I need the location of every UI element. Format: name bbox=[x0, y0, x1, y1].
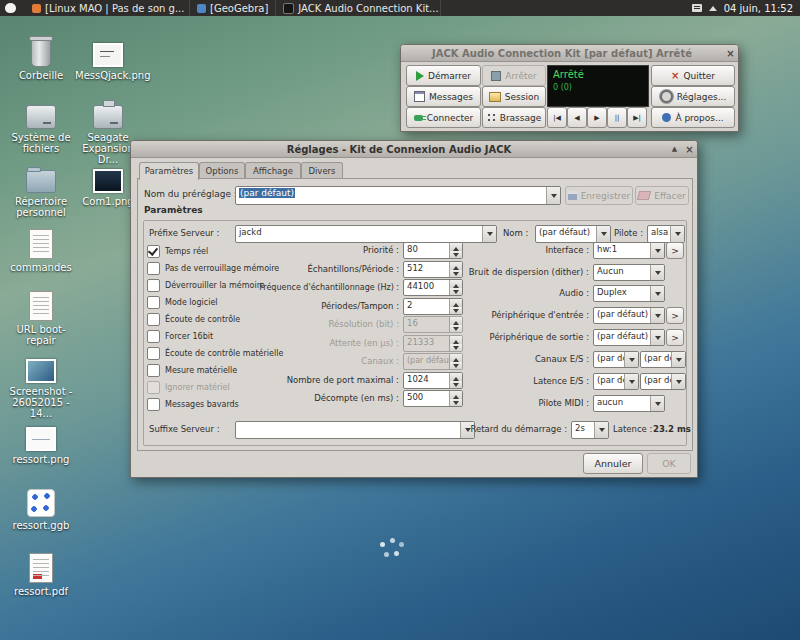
checkbox-icon[interactable] bbox=[147, 398, 160, 411]
checkbox-hw-monitor[interactable]: Écoute de contrôle matérielle bbox=[147, 347, 283, 360]
dropdown-arrow-icon[interactable] bbox=[650, 396, 664, 411]
dropdown-arrow-icon[interactable] bbox=[624, 352, 638, 367]
tab-parametres[interactable]: Paramètres bbox=[139, 162, 199, 180]
checkbox-force16bit[interactable]: Forcer 16bit bbox=[147, 330, 213, 343]
session-button[interactable]: Session bbox=[482, 86, 546, 107]
spinner-buttons[interactable] bbox=[449, 354, 462, 369]
samplerate-spinbox[interactable]: 44100 bbox=[403, 279, 463, 296]
priority-spinbox[interactable]: 80 bbox=[403, 242, 463, 259]
desktop-icon-trash[interactable]: Corbeille bbox=[8, 36, 74, 81]
notification-icon[interactable] bbox=[709, 2, 717, 11]
dropdown-arrow-icon[interactable] bbox=[671, 374, 685, 389]
frames-spinbox[interactable]: 512 bbox=[403, 261, 463, 278]
preset-combobox[interactable]: (par défaut) bbox=[235, 186, 561, 205]
checkbox-icon[interactable] bbox=[147, 364, 160, 377]
spinner-buttons[interactable] bbox=[449, 317, 462, 332]
iochannels-out-combobox[interactable]: (par défaut) bbox=[640, 351, 686, 368]
dropdown-arrow-icon[interactable] bbox=[546, 187, 560, 204]
checkbox-icon[interactable] bbox=[147, 347, 160, 360]
taskbar-window-linuxmao[interactable]: [Linux MAO | Pas de son g... bbox=[25, 0, 190, 16]
iochannels-in-combobox[interactable]: (par défaut) bbox=[593, 351, 639, 368]
input-method-icon[interactable] bbox=[692, 4, 702, 12]
dropdown-arrow-icon[interactable] bbox=[650, 243, 664, 258]
close-icon[interactable]: × bbox=[723, 46, 738, 61]
checkbox-icon[interactable] bbox=[147, 296, 160, 309]
server-name-combobox[interactable]: (par défaut) bbox=[535, 225, 611, 243]
indevice-more-button[interactable]: > bbox=[666, 307, 684, 324]
desktop-icon-screenshot[interactable]: Screenshot - 26052015 - 14... bbox=[8, 352, 74, 419]
desktop-icon-commandes[interactable]: commandes bbox=[8, 228, 74, 273]
desktop-icon-ressort-pdf[interactable]: ressort.pdf bbox=[8, 552, 74, 597]
transport-rewind-start-button[interactable]: |◀ bbox=[547, 107, 567, 128]
dropdown-arrow-icon[interactable] bbox=[671, 352, 685, 367]
checkbox-monitor[interactable]: Écoute de contrôle bbox=[147, 313, 240, 326]
interface-more-button[interactable]: > bbox=[666, 242, 684, 259]
clear-preset-button[interactable]: Effacer bbox=[635, 186, 689, 205]
spinner-buttons[interactable] bbox=[449, 299, 462, 314]
checkbox-realtime[interactable]: Temps réel bbox=[147, 245, 208, 258]
checkbox-icon[interactable] bbox=[147, 313, 160, 326]
desktop-icon-home[interactable]: Répertoire personnel bbox=[8, 162, 74, 218]
channels-spinbox[interactable]: (par défaut) bbox=[403, 353, 463, 370]
driver-combobox[interactable]: alsa bbox=[647, 225, 685, 243]
dropdown-arrow-icon[interactable] bbox=[650, 286, 664, 301]
save-preset-button[interactable]: Enregistrer bbox=[565, 186, 633, 205]
wait-spinbox[interactable]: 21333 bbox=[403, 335, 463, 352]
indevice-combobox[interactable]: (par défaut) bbox=[593, 307, 665, 324]
checkbox-icon[interactable] bbox=[147, 381, 160, 394]
stop-button[interactable]: Arrêter bbox=[482, 65, 546, 86]
transport-forward-button[interactable]: ▶| bbox=[627, 107, 647, 128]
desktop-icon-ressort-ggb[interactable]: ressort.ggb bbox=[8, 486, 74, 531]
server-suffix-combobox[interactable] bbox=[235, 421, 475, 439]
dropdown-arrow-icon[interactable] bbox=[670, 226, 684, 242]
spinner-buttons[interactable] bbox=[449, 243, 462, 258]
mididriver-combobox[interactable]: aucun bbox=[593, 395, 665, 412]
dropdown-arrow-icon[interactable] bbox=[650, 265, 664, 280]
about-button[interactable]: À propos... bbox=[651, 107, 735, 128]
spinner-buttons[interactable] bbox=[449, 262, 462, 277]
transport-pause-button[interactable]: || bbox=[607, 107, 627, 128]
dropdown-arrow-icon[interactable] bbox=[594, 422, 608, 438]
timeout-spinbox[interactable]: 500 bbox=[403, 390, 463, 407]
transport-backward-button[interactable]: ◀ bbox=[567, 107, 587, 128]
startdelay-combobox[interactable]: 2s bbox=[571, 421, 609, 439]
portmax-spinbox[interactable]: 1024 bbox=[403, 372, 463, 389]
checkbox-hw-meter[interactable]: Mesure matérielle bbox=[147, 364, 237, 377]
checkbox-icon[interactable] bbox=[147, 330, 160, 343]
checkbox-unlock-mem[interactable]: Déverrouiller la mémoire bbox=[147, 279, 265, 292]
outdevice-more-button[interactable]: > bbox=[666, 329, 684, 346]
taskbar-window-jack[interactable]: JACK Audio Connection Kit... bbox=[276, 0, 441, 16]
taskbar-window-geogebra[interactable]: [GeoGebra] bbox=[190, 0, 276, 16]
transport-play-button[interactable]: ▶ bbox=[587, 107, 607, 128]
desktop-icon-bootrepair[interactable]: URL boot-repair bbox=[8, 290, 74, 346]
patchbay-button[interactable]: Brassage bbox=[482, 107, 546, 128]
checkbox-icon[interactable] bbox=[147, 245, 160, 258]
start-button[interactable]: Démarrer bbox=[406, 65, 481, 86]
spinner-buttons[interactable] bbox=[449, 280, 462, 295]
desktop-icon-filesystem[interactable]: Système de fichiers bbox=[8, 98, 74, 154]
setup-button[interactable]: Réglages... bbox=[651, 86, 735, 107]
dropdown-arrow-icon[interactable] bbox=[624, 374, 638, 389]
ok-button[interactable]: OK bbox=[647, 453, 691, 474]
audio-combobox[interactable]: Duplex bbox=[593, 285, 665, 302]
connect-button[interactable]: Connecter bbox=[406, 107, 481, 128]
desktop-icon-ressort-png[interactable]: ressort.png bbox=[8, 420, 74, 465]
checkbox-icon[interactable] bbox=[147, 279, 160, 292]
spinner-buttons[interactable] bbox=[449, 391, 462, 406]
interface-combobox[interactable]: hw:1 bbox=[593, 242, 665, 259]
dropdown-arrow-icon[interactable] bbox=[482, 226, 496, 242]
spinner-buttons[interactable] bbox=[449, 373, 462, 388]
dropdown-arrow-icon[interactable] bbox=[650, 330, 664, 345]
iolatency-out-combobox[interactable]: (par défaut) bbox=[640, 373, 686, 390]
checkbox-icon[interactable] bbox=[147, 262, 160, 275]
dropdown-arrow-icon[interactable] bbox=[650, 308, 664, 323]
outdevice-combobox[interactable]: (par défaut) bbox=[593, 329, 665, 346]
jack-titlebar[interactable]: JACK Audio Connection Kit [par défaut] A… bbox=[401, 45, 738, 62]
messages-button[interactable]: Messages bbox=[406, 86, 481, 107]
dither-combobox[interactable]: Aucun bbox=[593, 264, 665, 281]
cancel-button[interactable]: Annuler bbox=[583, 453, 643, 474]
desktop-icon-messqjack[interactable]: MessQjack.png bbox=[75, 36, 141, 81]
checkbox-verbose[interactable]: Messages bavards bbox=[147, 398, 239, 411]
periods-spinbox[interactable]: 2 bbox=[403, 298, 463, 315]
checkbox-softmode[interactable]: Mode logiciel bbox=[147, 296, 218, 309]
